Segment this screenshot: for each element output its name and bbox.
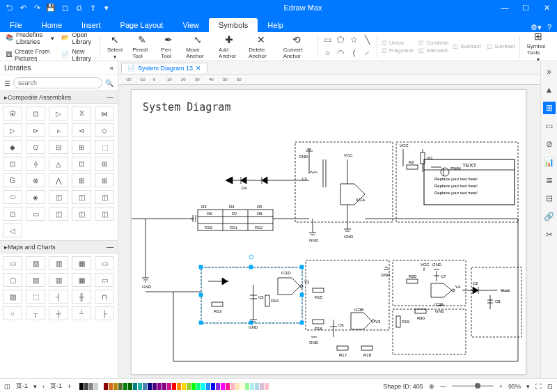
zoom-level: 95%: [508, 383, 521, 390]
svg-text:V4: V4: [455, 285, 461, 289]
crop-icon[interactable]: ✂: [543, 228, 556, 241]
cat-maps[interactable]: Maps and Charts: [8, 244, 56, 251]
zoom-slider[interactable]: [452, 385, 494, 387]
horizontal-ruler: -20-100 102030 405060: [118, 75, 540, 85]
predefine-libraries-button[interactable]: 📚Predefine Libraries ▾: [4, 31, 56, 46]
svg-text:R13: R13: [214, 309, 222, 313]
redo-icon[interactable]: ↷: [32, 3, 42, 13]
delete-anchor-tool[interactable]: ✕Delete Anchor: [246, 33, 276, 59]
svg-text:R7: R7: [232, 212, 237, 216]
save-icon[interactable]: 💾: [46, 3, 56, 13]
pen-tool[interactable]: ✒Pen Tool: [158, 33, 179, 59]
svg-text:R10: R10: [205, 226, 213, 230]
composite-symbols[interactable]: ⦿⊡▷⧖⋈ ▷⊳▹⊲◇ ◆⊙⊟⊞⬚ ⊡⟠△⊡⊞ G⊗⋀⊞⊞ ⬭◈◫◫◫ ⊡▭◫◫…: [0, 104, 118, 240]
page-1[interactable]: 页-1: [16, 382, 28, 391]
svg-text:IC1A: IC1A: [356, 198, 365, 202]
svg-text:GND: GND: [344, 235, 354, 239]
add-page-icon[interactable]: +: [68, 383, 71, 390]
collapse-sidebar-icon[interactable]: «: [109, 64, 113, 72]
search-icon[interactable]: 🔍: [105, 79, 113, 87]
svg-text:GND: GND: [299, 155, 308, 159]
move-anchor-tool[interactable]: ⤡Move Anchor: [183, 33, 212, 59]
layers-icon[interactable]: ≣: [543, 174, 556, 187]
menu-help[interactable]: Help: [258, 18, 293, 32]
chart-icon[interactable]: 📊: [543, 156, 556, 168]
combine-ops: ◫ Union◫ Combine ◫ Fragment◫ Intersect: [382, 40, 448, 54]
grid-icon[interactable]: ⊞: [543, 102, 556, 114]
open-library-button[interactable]: 📂Open Library: [60, 31, 95, 46]
create-from-pictures-button[interactable]: 🖼Create From Pictures: [4, 47, 56, 63]
pencil-tool[interactable]: ✎Pencil Tool: [130, 33, 154, 59]
svg-rect-13: [393, 260, 466, 306]
svg-rect-102: [313, 320, 324, 324]
svg-rect-88: [212, 302, 223, 306]
symbol-tools[interactable]: ⊞Symbol Tools▾: [524, 30, 553, 63]
pointer-icon[interactable]: ▲: [543, 84, 556, 96]
svg-rect-56: [407, 165, 418, 169]
app-title: Edraw Max: [111, 3, 494, 12]
color-palette[interactable]: [79, 383, 269, 390]
close-tab-icon[interactable]: ✕: [196, 65, 201, 72]
add-anchor-tool[interactable]: ✚Add Anchor: [216, 33, 242, 59]
zoom-in-icon[interactable]: +: [499, 383, 503, 390]
svg-rect-23: [199, 293, 203, 297]
svg-text:VCC: VCC: [400, 143, 409, 148]
page-nav-icon[interactable]: ◫: [4, 383, 10, 390]
libraries-title: Libraries: [4, 64, 31, 72]
cat-composite[interactable]: Composite Assemblies: [8, 94, 71, 101]
minimize-cat-icon[interactable]: —: [107, 93, 113, 101]
right-toolbar: » ▲ ⊞ ▭ ⊘ 📊 ≣ ⊟ 🔗 ✂: [540, 61, 557, 378]
menu-view[interactable]: View: [173, 18, 209, 32]
fullscreen-icon[interactable]: ⊡: [547, 383, 553, 390]
expand-icon[interactable]: »: [543, 65, 556, 78]
shape-picker[interactable]: ▭⬠☆╲ ○◠⟨⟋: [322, 34, 372, 58]
menu-symbols[interactable]: Symbols: [209, 18, 258, 32]
search-hamburger-icon[interactable]: ☰: [4, 79, 10, 87]
svg-text:V3: V3: [375, 320, 381, 324]
svg-rect-119: [415, 309, 426, 313]
maximize-button[interactable]: ☐: [515, 0, 536, 15]
canvas[interactable]: System Diagram: [118, 85, 540, 378]
target-icon[interactable]: ⊕: [429, 383, 434, 390]
svg-text:10: 10: [167, 77, 172, 81]
svg-point-61: [441, 168, 449, 176]
search-input[interactable]: [13, 77, 102, 88]
shape-icon[interactable]: ▭: [543, 120, 556, 132]
svg-text:IC3B: IC3B: [354, 308, 363, 312]
svg-text:Replace your text here!: Replace your text here!: [434, 177, 478, 181]
svg-rect-111: [337, 346, 348, 350]
eyedropper-icon[interactable]: ⊘: [543, 138, 556, 150]
export-icon[interactable]: ⇪: [88, 3, 97, 13]
zoom-out-icon[interactable]: —: [440, 383, 446, 390]
select-tool[interactable]: ↖Select▾: [104, 33, 125, 60]
link-icon[interactable]: 🔗: [543, 210, 556, 223]
align-icon[interactable]: ⊟: [543, 192, 556, 205]
svg-text:30: 30: [195, 77, 200, 81]
fit-icon[interactable]: ⛶: [535, 383, 542, 390]
circuit-diagram[interactable]: GND R3R4R5 R6R7R8 R10R11R12 D4: [132, 90, 527, 375]
svg-text:C8: C8: [495, 299, 501, 304]
minimize-button[interactable]: —: [494, 0, 515, 15]
svg-rect-117: [407, 279, 418, 283]
document-tab[interactable]: 📄 System Diagram 13 ✕: [121, 63, 207, 73]
svg-text:GND: GND: [381, 273, 391, 277]
close-button[interactable]: ✕: [536, 0, 557, 15]
maps-symbols[interactable]: ▭▨▥▦▭ ▢▨▥▦▭ ▨⬚┤╫⊓ ○┬┼┴├: [0, 253, 118, 323]
svg-rect-24: [300, 293, 304, 297]
svg-point-108: [372, 320, 375, 322]
convert-anchor-tool[interactable]: ⟲Convert Anchor: [281, 33, 313, 59]
svg-text:R3: R3: [201, 205, 207, 209]
new-icon[interactable]: ◻: [60, 3, 70, 13]
svg-text:R8: R8: [257, 212, 262, 216]
svg-text:0: 0: [153, 77, 156, 81]
svg-text:C7: C7: [441, 274, 446, 279]
new-library-button[interactable]: 📄New Library: [60, 47, 95, 63]
page-2[interactable]: 页-1: [50, 382, 62, 391]
menu-page-layout[interactable]: Page Layout: [111, 18, 173, 32]
svg-text:VCC: VCC: [344, 153, 353, 157]
svg-text:R19: R19: [402, 320, 410, 324]
more-icon[interactable]: ▾: [102, 3, 111, 13]
svg-rect-115: [396, 316, 400, 327]
undo-icon[interactable]: ↶: [18, 3, 28, 13]
print-icon[interactable]: ⎙: [74, 3, 84, 13]
